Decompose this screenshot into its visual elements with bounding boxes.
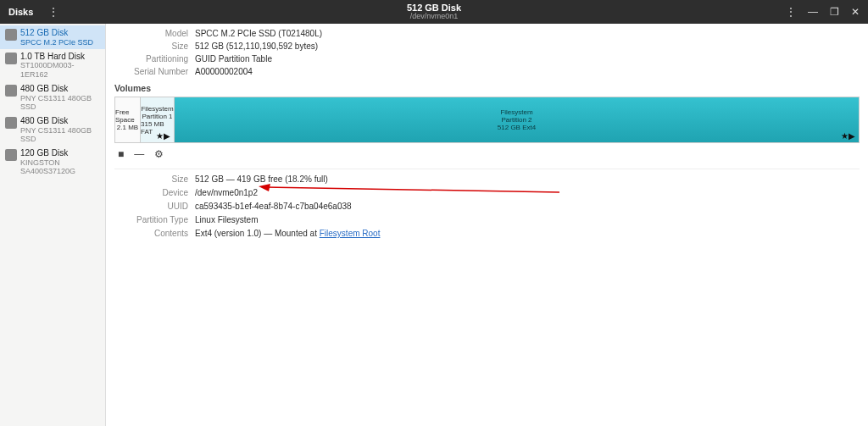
disk-sub: PNY CS1311 480GB SSD: [20, 126, 100, 144]
sidebar-item-disk-0[interactable]: 512 GB Disk SPCC M.2 PCIe SSD: [0, 25, 105, 49]
volume-partition-2[interactable]: Filesystem Partition 2 512 GB Ext4 ★▶: [175, 97, 859, 142]
disk-sidebar: 512 GB Disk SPCC M.2 PCIe SSD 1.0 TB Har…: [0, 24, 106, 426]
partition-detail-table: Size 512 GB — 419 GB free (18.2% full) D…: [114, 174, 860, 238]
value-size: 512 GB (512,110,190,592 bytes): [195, 41, 860, 51]
disk-sub: SPCC M.2 PCIe SSD: [20, 38, 93, 47]
app-name: Disks: [8, 7, 33, 17]
vol-free-l2: 2.1 MB: [117, 124, 138, 131]
volume-toolbar: ■ — ⚙: [114, 143, 860, 169]
delete-partition-icon[interactable]: —: [134, 148, 144, 160]
sidebar-item-disk-4[interactable]: 120 GB Disk KINGSTON SA400S37120G: [0, 146, 105, 178]
label-device: Device: [114, 188, 195, 197]
header-bar: Disks ⋮ 512 GB Disk /dev/nvme0n1 ⋮ — ❐ ✕: [0, 0, 868, 24]
disk-title: 480 GB Disk: [20, 84, 100, 94]
contents-prefix: Ext4 (version 1.0) — Mounted at: [195, 229, 320, 238]
disk-sub: PNY CS1311 480GB SSD: [20, 94, 100, 112]
disk-title: 1.0 TB Hard Disk: [20, 52, 100, 62]
value-serial: A00000002004: [195, 67, 860, 76]
label-uuid: UUID: [114, 202, 195, 211]
minimize-icon[interactable]: —: [808, 6, 818, 18]
label-serial: Serial Number: [114, 67, 195, 76]
vol-p2-l3: 512 GB Ext4: [498, 124, 536, 131]
label-partitioning: Partitioning: [114, 54, 195, 64]
sidebar-item-disk-2[interactable]: 480 GB Disk PNY CS1311 480GB SSD: [0, 81, 105, 113]
close-icon[interactable]: ✕: [851, 6, 860, 18]
disk-icon: [5, 149, 17, 161]
window-title-area: 512 GB Disk /dev/nvme0n1: [407, 3, 461, 21]
value-ptype: Linux Filesystem: [195, 215, 860, 224]
label-contents: Contents: [114, 229, 195, 238]
value-partitioning: GUID Partition Table: [195, 54, 860, 64]
disk-title: 480 GB Disk: [20, 116, 100, 126]
star-play-icon: ★▶: [156, 131, 170, 141]
label-part-size: Size: [114, 174, 195, 184]
volume-free-space[interactable]: Free Space 2.1 MB: [115, 97, 141, 142]
disk-sub: KINGSTON SA400S37120G: [20, 158, 100, 176]
value-uuid: ca593435-b1ef-4eaf-8b74-c7ba04e6a038: [195, 202, 860, 211]
label-size: Size: [114, 41, 195, 51]
vol-p1-l1: Filesystem: [141, 105, 173, 113]
vol-p2-l1: Filesystem: [500, 108, 532, 116]
unmount-icon[interactable]: ■: [118, 148, 124, 160]
disk-title: 512 GB Disk: [20, 28, 93, 38]
disk-info-table: Model SPCC M.2 PCIe SSD (T021480L) Size …: [114, 29, 860, 76]
disk-icon: [5, 85, 17, 97]
star-play-icon: ★▶: [841, 131, 855, 141]
disk-sub: ST1000DM003-1ER162: [20, 61, 100, 79]
value-device: /dev/nvme0n1p2: [195, 188, 860, 197]
label-ptype: Partition Type: [114, 215, 195, 224]
menu-icon-right[interactable]: ⋮: [786, 6, 796, 18]
vol-free-l1: Free Space: [115, 108, 140, 124]
window-subtitle: /dev/nvme0n1: [407, 13, 461, 21]
vol-p1-l2: Partition 1: [142, 113, 172, 120]
disk-icon: [5, 117, 17, 129]
volumes-heading: Volumes: [114, 83, 860, 93]
disk-icon: [5, 29, 17, 41]
volume-partition-1[interactable]: Filesystem Partition 1 315 MB FAT ★▶: [141, 97, 175, 142]
filesystem-root-link[interactable]: Filesystem Root: [320, 229, 381, 238]
volume-map: Free Space 2.1 MB Filesystem Partition 1…: [114, 97, 860, 143]
value-contents: Ext4 (version 1.0) — Mounted at Filesyst…: [195, 229, 860, 238]
value-model: SPCC M.2 PCIe SSD (T021480L): [195, 29, 860, 38]
sidebar-item-disk-3[interactable]: 480 GB Disk PNY CS1311 480GB SSD: [0, 113, 105, 146]
menu-icon[interactable]: ⋮: [48, 6, 58, 18]
main-pane: Model SPCC M.2 PCIe SSD (T021480L) Size …: [106, 24, 868, 426]
value-part-size: 512 GB — 419 GB free (18.2% full): [195, 174, 860, 184]
disk-title: 120 GB Disk: [20, 148, 100, 158]
disk-icon: [5, 53, 17, 64]
sidebar-item-disk-1[interactable]: 1.0 TB Hard Disk ST1000DM003-1ER162: [0, 49, 105, 81]
maximize-icon[interactable]: ❐: [830, 6, 839, 18]
vol-p2-l2: Partition 2: [501, 116, 531, 124]
label-model: Model: [114, 29, 195, 38]
gear-icon[interactable]: ⚙: [154, 148, 164, 160]
